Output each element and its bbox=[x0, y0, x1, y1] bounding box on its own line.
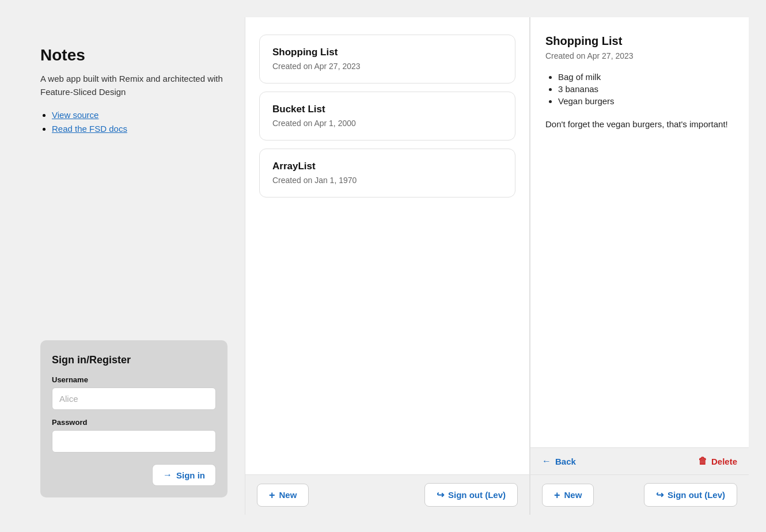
right-bottom-bar: ← Back 🗑 Delete bbox=[530, 447, 749, 474]
links-list: View source Read the FSD docs bbox=[40, 110, 227, 134]
right-panel: Shopping List Created on Apr 27, 2023 Ba… bbox=[530, 17, 749, 515]
detail-item-2: Vegan burgers bbox=[558, 96, 734, 106]
password-label: Password bbox=[52, 418, 216, 427]
fsd-docs-link[interactable]: Read the FSD docs bbox=[52, 124, 127, 134]
back-label: Back bbox=[555, 457, 576, 466]
detail-title: Shopping List bbox=[545, 35, 734, 48]
app-title: Notes bbox=[40, 46, 227, 64]
password-input[interactable] bbox=[52, 430, 216, 453]
link-item-fsd-docs: Read the FSD docs bbox=[52, 124, 227, 134]
note-card-2[interactable]: ArrayList Created on Jan 1, 1970 bbox=[259, 149, 515, 197]
right-action-bar: + New ↪ Sign out (Lev) bbox=[530, 474, 749, 515]
signout-icon-right: ↪ bbox=[656, 489, 663, 500]
app-description: A web app built with Remix and architect… bbox=[40, 73, 227, 98]
note-detail: Shopping List Created on Apr 27, 2023 Ba… bbox=[530, 17, 749, 447]
link-item-view-source: View source bbox=[52, 110, 227, 120]
note-date-0: Created on Apr 27, 2023 bbox=[272, 62, 361, 71]
plus-icon-right: + bbox=[554, 490, 560, 500]
new-note-button-middle[interactable]: + New bbox=[257, 484, 309, 507]
username-input[interactable] bbox=[52, 387, 216, 410]
detail-items: Bag of milk 3 bananas Vegan burgers bbox=[545, 72, 734, 106]
signin-button[interactable]: → Sign in bbox=[152, 464, 216, 486]
back-icon: ← bbox=[542, 456, 551, 466]
signout-icon-middle: ↪ bbox=[437, 489, 444, 500]
signin-section: Sign in/Register Username Password → Sig… bbox=[40, 340, 227, 497]
signin-button-label: Sign in bbox=[176, 470, 205, 480]
right-bottom-right: 🗑 Delete bbox=[698, 456, 737, 466]
middle-bottom-bar: + New ↪ Sign out (Lev) bbox=[245, 474, 529, 515]
delete-button[interactable]: 🗑 Delete bbox=[698, 456, 737, 466]
note-date-1: Created on Apr 1, 2000 bbox=[272, 119, 356, 128]
signin-icon: → bbox=[163, 470, 172, 480]
intro-section: Notes A web app built with Remix and arc… bbox=[40, 46, 227, 138]
app-container: Notes A web app built with Remix and arc… bbox=[17, 17, 749, 515]
new-label-middle: New bbox=[279, 490, 297, 500]
detail-item-1: 3 bananas bbox=[558, 84, 734, 94]
signin-footer: → Sign in bbox=[52, 464, 216, 486]
new-note-button-right[interactable]: + New bbox=[542, 484, 594, 507]
note-date-2: Created on Jan 1, 1970 bbox=[272, 176, 357, 185]
note-title-1: Bucket List bbox=[272, 104, 502, 115]
new-label-right: New bbox=[564, 490, 582, 500]
note-card-1[interactable]: Bucket List Created on Apr 1, 2000 bbox=[259, 92, 515, 140]
detail-body: Don't forget the vegan burgers, that's i… bbox=[545, 117, 734, 131]
detail-item-0: Bag of milk bbox=[558, 72, 734, 82]
note-card-0[interactable]: Shopping List Created on Apr 27, 2023 bbox=[259, 35, 515, 83]
trash-icon: 🗑 bbox=[698, 456, 707, 466]
note-title-2: ArrayList bbox=[272, 161, 502, 172]
note-title-0: Shopping List bbox=[272, 47, 502, 58]
delete-label: Delete bbox=[711, 457, 737, 466]
signout-button-middle[interactable]: ↪ Sign out (Lev) bbox=[424, 483, 518, 507]
detail-date: Created on Apr 27, 2023 bbox=[545, 51, 734, 60]
signout-label-middle: Sign out (Lev) bbox=[448, 490, 506, 500]
username-label: Username bbox=[52, 375, 216, 384]
left-panel: Notes A web app built with Remix and arc… bbox=[17, 17, 245, 515]
signout-label-right: Sign out (Lev) bbox=[668, 490, 725, 500]
right-bottom-left: ← Back bbox=[542, 456, 576, 466]
signin-heading: Sign in/Register bbox=[52, 354, 216, 366]
view-source-link[interactable]: View source bbox=[52, 110, 98, 120]
signout-button-right[interactable]: ↪ Sign out (Lev) bbox=[644, 483, 737, 507]
plus-icon-middle: + bbox=[269, 490, 275, 500]
notes-list: Shopping List Created on Apr 27, 2023 Bu… bbox=[245, 17, 529, 474]
middle-panel: Shopping List Created on Apr 27, 2023 Bu… bbox=[245, 17, 530, 515]
back-button[interactable]: ← Back bbox=[542, 456, 576, 466]
